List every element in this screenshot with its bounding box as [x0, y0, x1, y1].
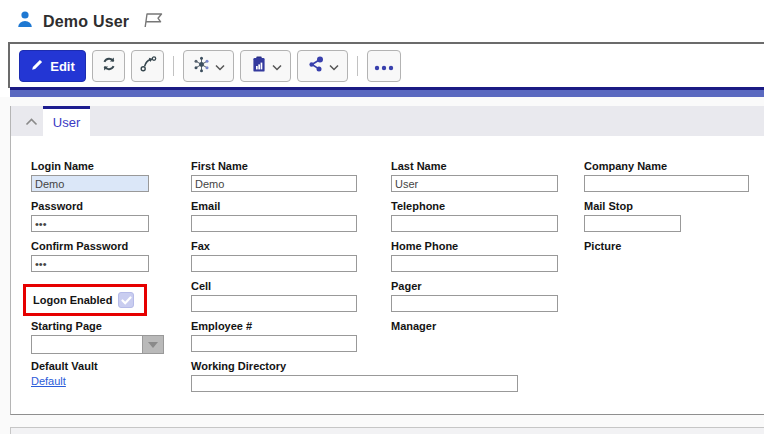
fax-label: Fax [191, 240, 357, 252]
reports-menu-button[interactable] [240, 50, 291, 82]
starting-page-dropdown[interactable] [31, 335, 164, 354]
header: Demo User [0, 0, 764, 42]
starting-page-label: Starting Page [31, 320, 164, 332]
refresh-button[interactable] [92, 50, 125, 82]
company-name-label: Company Name [584, 160, 749, 172]
email-input[interactable] [191, 215, 357, 232]
confirm-password-label: Confirm Password [31, 240, 149, 252]
fax-input[interactable] [191, 255, 357, 272]
mail-stop-input[interactable] [584, 215, 681, 232]
confirm-password-input[interactable] [31, 255, 149, 272]
field-working-directory: Working Directory [191, 360, 518, 392]
default-vault-label: Default Vault [31, 360, 98, 372]
picture-label: Picture [584, 240, 621, 252]
dropdown-arrow-button[interactable] [142, 336, 163, 353]
pager-label: Pager [391, 280, 558, 292]
field-confirm-password: Confirm Password [31, 240, 149, 272]
password-input[interactable] [31, 215, 149, 232]
chevron-down-icon [215, 57, 225, 75]
tab-user[interactable]: User [43, 106, 90, 136]
field-home-phone: Home Phone [391, 240, 558, 272]
field-starting-page: Starting Page [31, 320, 164, 354]
email-label: Email [191, 200, 357, 212]
share-icon [307, 55, 325, 77]
flag-icon[interactable] [142, 11, 164, 33]
user-form: Login Name First Name Last Name Company … [11, 136, 764, 414]
employee-number-label: Employee # [191, 320, 357, 332]
employee-number-input[interactable] [191, 335, 357, 352]
pager-input[interactable] [391, 295, 558, 312]
default-vault-link[interactable]: Default [31, 375, 66, 387]
dropdown-arrow-icon [148, 342, 158, 348]
logon-enabled-checkbox[interactable] [118, 292, 134, 308]
field-employee-number: Employee # [191, 320, 357, 352]
field-password: Password [31, 200, 149, 232]
home-phone-input[interactable] [391, 255, 558, 272]
toolbar-separator [357, 56, 358, 76]
clipboard-chart-icon [250, 55, 268, 78]
field-mail-stop: Mail Stop [584, 200, 681, 232]
field-manager: Manager [391, 320, 436, 332]
state-transition-button[interactable] [131, 50, 164, 82]
collapse-section-button[interactable] [23, 114, 39, 128]
more-button[interactable] [367, 50, 401, 82]
logon-enabled-label: Logon Enabled [33, 294, 112, 306]
field-fax: Fax [191, 240, 357, 272]
user-avatar-icon [16, 10, 34, 33]
working-directory-input[interactable] [191, 375, 518, 392]
working-directory-label: Working Directory [191, 360, 518, 372]
field-login-name: Login Name [31, 160, 149, 192]
manager-label: Manager [391, 320, 436, 332]
last-name-label: Last Name [391, 160, 558, 172]
mail-stop-label: Mail Stop [584, 200, 681, 212]
user-properties-window: Demo User Edit [0, 0, 764, 434]
login-name-input[interactable] [31, 175, 149, 192]
cell-input[interactable] [191, 295, 357, 312]
page-title: Demo User [43, 13, 129, 31]
starting-page-value[interactable] [32, 336, 142, 353]
cell-label: Cell [191, 280, 357, 292]
logon-enabled-highlight: Logon Enabled [23, 284, 147, 316]
tab-user-label: User [53, 115, 80, 130]
tab-bar: User [11, 106, 764, 136]
field-picture: Picture [584, 240, 621, 252]
field-cell: Cell [191, 280, 357, 312]
field-company-name: Company Name [584, 160, 749, 192]
relationships-hub-icon [192, 55, 211, 78]
share-menu-button[interactable] [297, 50, 348, 82]
chevron-down-icon [272, 57, 282, 75]
relationships-menu-button[interactable] [183, 50, 234, 82]
refresh-icon [100, 55, 118, 77]
login-name-label: Login Name [31, 160, 149, 172]
first-name-input[interactable] [191, 175, 357, 192]
first-name-label: First Name [191, 160, 357, 172]
telephone-label: Telephone [391, 200, 558, 212]
state-transition-icon [139, 55, 157, 77]
home-phone-label: Home Phone [391, 240, 558, 252]
telephone-input[interactable] [391, 215, 558, 232]
toolbar: Edit [8, 42, 764, 88]
edit-button-label: Edit [50, 59, 75, 74]
password-label: Password [31, 200, 149, 212]
field-first-name: First Name [191, 160, 357, 192]
next-section-bar[interactable] [10, 427, 764, 434]
toolbar-separator [173, 56, 174, 76]
accent-bar [10, 87, 764, 97]
field-email: Email [191, 200, 357, 232]
field-pager: Pager [391, 280, 558, 312]
chevron-up-icon [25, 112, 38, 130]
ellipsis-icon [374, 57, 394, 75]
field-last-name: Last Name [391, 160, 558, 192]
chevron-down-icon [329, 57, 339, 75]
pencil-icon [30, 58, 44, 75]
company-name-input[interactable] [584, 175, 749, 192]
field-default-vault: Default Vault Default [31, 360, 98, 387]
edit-button[interactable]: Edit [19, 50, 86, 82]
last-name-input[interactable] [391, 175, 558, 192]
field-telephone: Telephone [391, 200, 558, 232]
user-panel: User Login Name First Name Last Name Com… [10, 106, 764, 415]
